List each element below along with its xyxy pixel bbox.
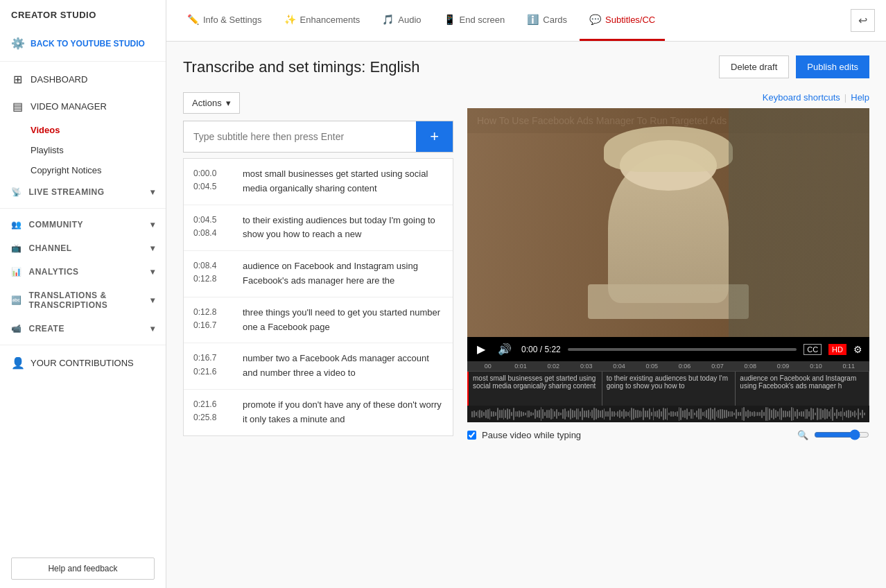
subtitle-row[interactable]: 0:21.60:25.8 promote if you don't have a… [184,390,453,435]
waveform-bar [525,413,526,415]
gear-icon: ⚙️ [11,37,24,50]
sidebar-item-dashboard[interactable]: ⊞ DASHBOARD [0,66,166,93]
waveform-bar [560,413,562,415]
delete-draft-button[interactable]: Delete draft [719,55,789,78]
sidebar-item-video-manager[interactable]: ▤ VIDEO MANAGER [0,93,166,120]
waveform-bar [787,411,788,417]
pause-video-label: Pause video while typing [482,430,581,440]
waveform-bar [736,409,737,419]
subtitle-text: most small businesses get started using … [243,167,443,196]
actions-button[interactable]: Actions ▾ [183,92,240,114]
sidebar-sub-videos[interactable]: Videos [0,120,166,140]
waveform-bar [604,408,605,420]
bottom-controls: Pause video while typing 🔍 [467,422,869,447]
settings-button[interactable]: ⚙ [853,344,862,355]
play-button[interactable]: ▶ [474,341,488,357]
sidebar-sub-playlists[interactable]: Playlists [0,140,166,160]
tab-info-settings[interactable]: ✏️ Info & Settings [177,0,272,41]
sidebar-group-analytics[interactable]: 📊 ANALYTICS ▾ [0,260,166,284]
waveform-bar [793,408,794,420]
subtitle-times: 0:04.50:08.4 [193,214,232,240]
subtitle-row[interactable]: 0:12.80:16.7 three things you'll need to… [184,297,453,344]
subtitle-row[interactable]: 0:08.40:12.8 audience on Facebook and In… [184,251,453,297]
sidebar-group-translations[interactable]: 🔤 TRANSLATIONS & TRANSCRIPTIONS ▾ [0,284,166,317]
help-feedback-button[interactable]: Help and feedback [11,557,155,580]
video-thumbnail[interactable]: How To Use Facebook Ads Manager To Run T… [467,108,869,337]
waveform-bar [495,412,496,415]
waveform-bar [749,411,751,417]
waveform-bar [607,411,609,417]
waveform-bar [649,408,650,420]
sidebar-sub-copyright[interactable]: Copyright Notices [0,160,166,180]
sidebar-group-community[interactable]: 👥 COMMUNITY ▾ [0,213,166,236]
pause-video-checkbox[interactable] [467,431,476,440]
contributions-icon: 👤 [11,356,24,370]
waveform-bar [738,412,739,417]
sidebar-group-create[interactable]: 📹 CREATE ▾ [0,317,166,340]
waveform-bar [657,410,658,417]
waveform-bar [513,408,514,420]
subtitle-row[interactable]: 0:16.70:21.6 number two a Facebook Ads m… [184,343,453,390]
waveform-bar [813,408,814,419]
sidebar-group-livestreaming[interactable]: 📡 LIVE STREAMING ▾ [0,180,166,204]
progress-bar[interactable] [568,348,797,351]
waveform-bar [862,410,863,418]
sidebar-divider-3 [0,345,166,345]
waveform-bar [623,409,625,419]
help-link[interactable]: Help [851,92,869,103]
waveform-bar [799,412,800,417]
waveform-bar [654,411,656,417]
timeline-tick: 0:04 [602,363,635,370]
sidebar-group-channel[interactable]: 📺 CHANNEL ▾ [0,236,166,260]
waveform-bar [483,412,485,416]
waveform-bar [693,409,694,419]
waveform-bar [570,408,571,420]
subtitle-row[interactable]: 0:04.50:08.4 to their existing audiences… [184,205,453,252]
tab-audio[interactable]: 🎵 Audio [372,0,431,41]
chevron-down-icon-2: ▾ [150,220,155,230]
waveform-bar [831,409,832,419]
header-actions: Delete draft Publish edits [719,55,869,78]
right-panel: Keyboard shortcuts | Help How To Use Fac… [467,92,869,447]
back-button[interactable]: ↩ [851,9,875,32]
waveform-bar [509,409,510,419]
waveform-bar [832,407,833,420]
waveform-bar [651,412,652,415]
subtitle-text: to their existing audiences but today I'… [243,214,443,243]
waveform-bar [553,409,554,419]
waveform-bar [501,410,503,418]
back-to-studio-button[interactable]: ⚙️ BACK TO YOUTUBE STUDIO [0,30,166,57]
waveform-bar [767,407,769,420]
hd-button[interactable]: HD [828,344,846,355]
content-area: Transcribe and set timings: English Dele… [166,42,886,588]
tab-enhancements[interactable]: ✨ Enhancements [275,0,370,41]
waveform-bar [779,408,781,420]
waveform-bar [627,412,629,416]
publish-edits-button[interactable]: Publish edits [796,55,869,78]
chevron-down-icon-3: ▾ [150,243,155,253]
tab-cards[interactable]: ℹ️ Cards [517,0,577,41]
tab-subtitles-cc[interactable]: 💬 Subtitles/CC [580,0,665,41]
sidebar-item-contributions[interactable]: 👤 YOUR CONTRIBUTIONS [0,349,166,377]
volume-button[interactable]: 🔊 [495,341,514,357]
zoom-slider[interactable] [814,429,869,440]
waveform-bar [625,411,627,417]
waveform-bar [775,410,776,419]
two-column-layout: Actions ▾ + 0:00.00:04.5 most small busi… [183,92,869,447]
page-header: Transcribe and set timings: English Dele… [183,55,869,78]
subtitles-list: 0:00.00:04.5 most small businesses get s… [183,158,453,436]
tab-end-screen[interactable]: 📱 End screen [434,0,515,41]
zoom-icon: 🔍 [797,430,808,440]
subtitle-input[interactable] [184,121,416,152]
timeline-tick: 0:08 [734,363,767,370]
add-subtitle-button[interactable]: + [416,121,453,152]
main-content: ✏️ Info & Settings ✨ Enhancements 🎵 Audi… [166,0,886,588]
cc-button[interactable]: CC [804,344,822,355]
waveform-bar [616,413,617,415]
subtitle-row[interactable]: 0:00.00:04.5 most small businesses get s… [184,159,453,205]
keyboard-shortcuts-link[interactable]: Keyboard shortcuts [763,92,840,103]
waveform-bar [631,408,632,420]
video-container: How To Use Facebook Ads Manager To Run T… [467,108,869,422]
keyboard-help-bar: Keyboard shortcuts | Help [467,92,869,103]
video-controls: ▶ 🔊 0:00 / 5:22 CC HD ⚙ [467,337,869,361]
